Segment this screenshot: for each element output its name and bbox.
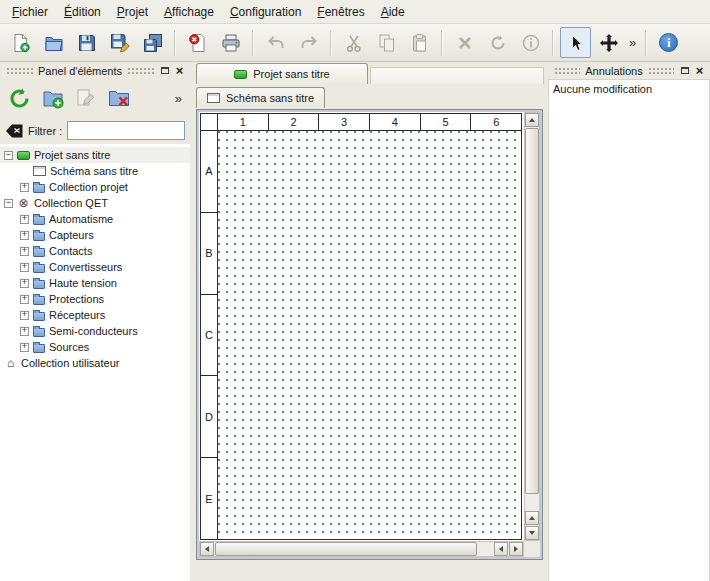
tree-item-haute-tension[interactable]: Haute tension xyxy=(0,275,190,291)
close-project-button[interactable] xyxy=(182,27,213,58)
menu-edition[interactable]: Édition xyxy=(56,1,109,23)
print-button[interactable] xyxy=(215,27,246,58)
new-project-button[interactable] xyxy=(5,27,36,58)
expander-icon[interactable] xyxy=(4,199,13,208)
dock-grip-handle[interactable] xyxy=(648,67,674,75)
horizontal-scroll-thumb[interactable] xyxy=(215,542,477,556)
scroll-up-button[interactable] xyxy=(525,113,539,127)
menu-aide[interactable]: Aide xyxy=(373,1,413,23)
tree-item-contacts[interactable]: Contacts xyxy=(0,243,190,259)
tree-item-recepteurs[interactable]: Récepteurs xyxy=(0,307,190,323)
move-view-button[interactable] xyxy=(593,27,624,58)
project-icon xyxy=(17,151,30,160)
undo-history-list[interactable]: Aucune modification xyxy=(548,79,710,581)
dock-grip-handle[interactable] xyxy=(6,67,33,75)
vertical-scroll-thumb[interactable] xyxy=(525,128,539,494)
info-icon xyxy=(521,33,541,53)
edit-element-button[interactable] xyxy=(71,84,100,113)
expander-icon[interactable] xyxy=(20,295,29,304)
tree-item-semi-conducteurs[interactable]: Semi-conducteurs xyxy=(0,323,190,339)
menu-configuration[interactable]: Configuration xyxy=(222,1,309,23)
open-folder-icon xyxy=(44,33,64,53)
arrow-up-icon xyxy=(529,118,535,122)
schema-canvas[interactable] xyxy=(218,131,521,539)
schema-subwindow: 1 2 3 4 5 6 A B C D E xyxy=(196,109,543,560)
tree-item-collection-qet[interactable]: Collection QET xyxy=(0,195,190,211)
tree-item-schema-sans-titre[interactable]: Schéma sans titre xyxy=(0,163,190,179)
tree-item-collection-projet[interactable]: Collection projet xyxy=(0,179,190,195)
save-button[interactable] xyxy=(71,27,102,58)
tree-item-capteurs[interactable]: Capteurs xyxy=(0,227,190,243)
tree-item-label: Collection utilisateur xyxy=(21,357,119,369)
schema-icon xyxy=(33,166,46,176)
menu-fenetres[interactable]: Fenêtres xyxy=(309,1,372,23)
paste-button[interactable] xyxy=(404,27,435,58)
save-all-button[interactable] xyxy=(137,27,168,58)
float-icon xyxy=(681,67,689,74)
expander-icon[interactable] xyxy=(20,263,29,272)
schema-tab-bar: Schéma sans titre xyxy=(193,84,545,108)
home-icon xyxy=(4,357,17,369)
undo-button[interactable] xyxy=(260,27,291,58)
expander-icon[interactable] xyxy=(4,151,13,160)
tree-item-label: Projet sans titre xyxy=(34,149,110,161)
clear-filter-button[interactable] xyxy=(5,124,23,138)
expander-icon[interactable] xyxy=(20,183,29,192)
vertical-scrollbar[interactable] xyxy=(524,112,540,541)
scroll-left-button[interactable] xyxy=(494,542,508,556)
schema-icon xyxy=(207,93,220,103)
close-panel-button[interactable] xyxy=(692,64,707,78)
float-panel-button[interactable] xyxy=(677,64,692,78)
expander-icon[interactable] xyxy=(20,247,29,256)
copy-button[interactable] xyxy=(371,27,402,58)
menu-fichier[interactable]: Fichier xyxy=(4,1,56,23)
dock-grip-handle[interactable] xyxy=(554,67,580,75)
expander-icon[interactable] xyxy=(20,279,29,288)
tree-item-collection-utilisateur[interactable]: Collection utilisateur xyxy=(0,355,190,371)
scroll-down-button[interactable] xyxy=(525,526,539,540)
close-panel-button[interactable] xyxy=(172,64,187,78)
rotate-button[interactable] xyxy=(482,27,513,58)
about-button[interactable]: i xyxy=(653,27,684,58)
tree-item-sources[interactable]: Sources xyxy=(0,339,190,355)
dock-grip-handle[interactable] xyxy=(127,67,154,75)
tab-schema-sans-titre[interactable]: Schéma sans titre xyxy=(196,87,325,108)
filter-input[interactable] xyxy=(67,121,185,140)
new-element-button[interactable] xyxy=(38,84,67,113)
menu-affichage[interactable]: Affichage xyxy=(156,1,222,23)
menu-projet[interactable]: Projet xyxy=(109,1,156,23)
redo-button[interactable] xyxy=(293,27,324,58)
tree-item-protections[interactable]: Protections xyxy=(0,291,190,307)
info-button[interactable] xyxy=(515,27,546,58)
tree-item-projet-sans-titre[interactable]: Projet sans titre xyxy=(0,147,190,163)
save-as-button[interactable] xyxy=(104,27,135,58)
tab-projet-sans-titre[interactable]: Projet sans titre xyxy=(196,63,368,84)
tree-item-automatisme[interactable]: Automatisme xyxy=(0,211,190,227)
folder-icon xyxy=(33,216,45,225)
delete-button[interactable] xyxy=(449,27,480,58)
float-panel-button[interactable] xyxy=(157,64,172,78)
expander-icon[interactable] xyxy=(20,231,29,240)
toolbar-overflow-button[interactable]: » xyxy=(626,35,639,50)
project-tab-bar: Projet sans titre xyxy=(193,62,545,84)
open-project-button[interactable] xyxy=(38,27,69,58)
toolbar-separator xyxy=(174,30,176,56)
cut-icon xyxy=(344,33,364,53)
paste-icon xyxy=(410,33,430,53)
cut-button[interactable] xyxy=(338,27,369,58)
scroll-left-button[interactable] xyxy=(200,542,214,556)
scroll-up-button[interactable] xyxy=(525,511,539,525)
expander-icon[interactable] xyxy=(20,215,29,224)
delete-element-button[interactable] xyxy=(104,84,133,113)
tree-item-convertisseurs[interactable]: Convertisseurs xyxy=(0,259,190,275)
folder-icon xyxy=(33,312,45,321)
expander-icon[interactable] xyxy=(20,343,29,352)
panel-toolbar-overflow-button[interactable]: » xyxy=(172,91,185,106)
scroll-right-button[interactable] xyxy=(509,542,523,556)
expander-icon[interactable] xyxy=(20,311,29,320)
expander-icon[interactable] xyxy=(20,327,29,336)
rotate-icon xyxy=(488,33,508,53)
select-pointer-button[interactable] xyxy=(560,27,591,58)
horizontal-scrollbar[interactable] xyxy=(199,541,524,557)
reload-collections-button[interactable] xyxy=(5,84,34,113)
